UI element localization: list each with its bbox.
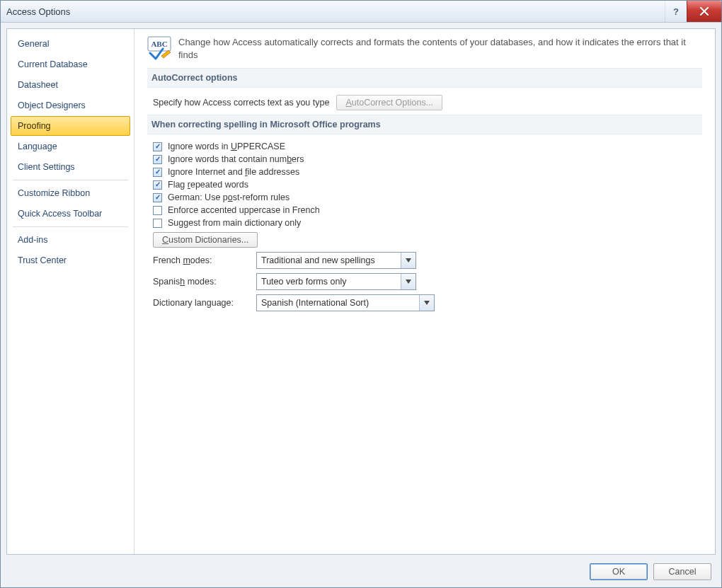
sidebar-item-current-database[interactable]: Current Database <box>11 54 130 74</box>
checkbox[interactable] <box>153 219 162 228</box>
checkbox-label: Ignore words that contain numbers <box>168 154 304 164</box>
proofing-hero-icon: ABC <box>147 36 171 60</box>
french-modes-label: French modes: <box>153 255 251 265</box>
custom-dictionaries-row: Custom Dictionaries... <box>153 232 702 248</box>
access-options-window: Access Options ? General Current Databas… <box>0 0 722 588</box>
sidebar-item-add-ins[interactable]: Add-ins <box>11 230 130 250</box>
section-header-spelling: When correcting spelling in Microsoft Of… <box>147 115 702 134</box>
checkbox[interactable] <box>153 142 162 151</box>
ok-button[interactable]: OK <box>590 563 648 580</box>
checkbox[interactable] <box>153 206 162 215</box>
sidebar-item-trust-center[interactable]: Trust Center <box>11 250 130 270</box>
autocorrect-specify-label: Specify how Access corrects text as you … <box>153 98 329 108</box>
dictionary-language-row: Dictionary language: Spanish (Internatio… <box>153 294 702 311</box>
dictionary-language-label: Dictionary language: <box>153 298 251 308</box>
french-modes-row: French modes: Traditional and new spelli… <box>153 252 702 269</box>
check-ignore-uppercase[interactable]: Ignore words in UPPERCASE <box>153 142 702 151</box>
checkbox[interactable] <box>153 155 162 164</box>
hero-text: Change how Access automatically corrects… <box>178 36 702 61</box>
panes: General Current Database Datasheet Objec… <box>6 28 716 555</box>
sidebar-item-object-designers[interactable]: Object Designers <box>11 96 130 115</box>
sidebar-separator <box>13 226 128 227</box>
checkbox-label: Suggest from main dictionary only <box>168 218 301 228</box>
section-header-autocorrect: AutoCorrect options <box>147 68 702 88</box>
dictionary-language-select[interactable]: Spanish (International Sort) <box>256 294 435 311</box>
hero: ABC Change how Access automatically corr… <box>147 36 702 61</box>
checkbox[interactable] <box>153 193 162 202</box>
sidebar-item-language[interactable]: Language <box>11 137 130 156</box>
sidebar-item-client-settings[interactable]: Client Settings <box>11 157 130 177</box>
content-pane: ABC Change how Access automatically corr… <box>134 29 715 554</box>
check-french-accented-uppercase[interactable]: Enforce accented uppercase in French <box>153 205 702 215</box>
check-flag-repeated[interactable]: Flag repeated words <box>153 180 702 190</box>
close-button[interactable] <box>687 1 721 22</box>
check-ignore-internet-file[interactable]: Ignore Internet and file addresses <box>153 167 702 177</box>
checkbox-label: Enforce accented uppercase in French <box>168 205 320 215</box>
sidebar-item-proofing[interactable]: Proofing <box>11 116 130 136</box>
custom-dictionaries-button[interactable]: Custom Dictionaries... <box>153 232 258 248</box>
titlebar-controls: ? <box>665 1 721 22</box>
select-value: Traditional and new spellings <box>261 255 375 265</box>
autocorrect-row: Specify how Access corrects text as you … <box>153 95 702 110</box>
chevron-down-icon <box>401 253 416 268</box>
chevron-down-icon <box>401 274 416 289</box>
checkbox[interactable] <box>153 180 162 190</box>
spanish-modes-select[interactable]: Tuteo verb forms only <box>256 273 416 290</box>
checkbox-label: Ignore words in UPPERCASE <box>168 142 285 151</box>
french-modes-select[interactable]: Traditional and new spellings <box>256 252 416 269</box>
sidebar-separator <box>13 180 128 180</box>
select-value: Spanish (International Sort) <box>261 298 369 308</box>
sidebar: General Current Database Datasheet Objec… <box>7 29 134 554</box>
check-ignore-numbers[interactable]: Ignore words that contain numbers <box>153 154 702 164</box>
close-icon <box>699 7 709 16</box>
spanish-modes-label: Spanish modes: <box>153 277 251 287</box>
dialog-footer: OK Cancel <box>6 560 716 582</box>
window-title: Access Options <box>6 6 70 17</box>
spanish-modes-row: Spanish modes: Tuteo verb forms only <box>153 273 702 290</box>
autocorrect-options-button[interactable]: AutoCorrect Options... <box>336 95 442 110</box>
chevron-down-icon <box>419 295 434 311</box>
cancel-button[interactable]: Cancel <box>653 563 711 580</box>
help-button[interactable]: ? <box>665 1 687 22</box>
check-suggest-main-dict-only[interactable]: Suggest from main dictionary only <box>153 218 702 228</box>
checkbox[interactable] <box>153 168 162 177</box>
dialog-body: General Current Database Datasheet Objec… <box>1 23 721 587</box>
sidebar-item-datasheet[interactable]: Datasheet <box>11 75 130 95</box>
check-german-post-reform[interactable]: German: Use post-reform rules <box>153 192 702 202</box>
titlebar: Access Options ? <box>1 1 721 23</box>
sidebar-item-quick-access-toolbar[interactable]: Quick Access Toolbar <box>11 204 130 224</box>
sidebar-item-general[interactable]: General <box>11 34 130 54</box>
select-value: Tuteo verb forms only <box>261 277 346 287</box>
checkbox-label: German: Use post-reform rules <box>168 192 290 202</box>
sidebar-item-customize-ribbon[interactable]: Customize Ribbon <box>11 183 130 203</box>
checkbox-label: Ignore Internet and file addresses <box>168 167 299 177</box>
checkbox-label: Flag repeated words <box>168 180 248 190</box>
svg-text:ABC: ABC <box>151 40 167 48</box>
